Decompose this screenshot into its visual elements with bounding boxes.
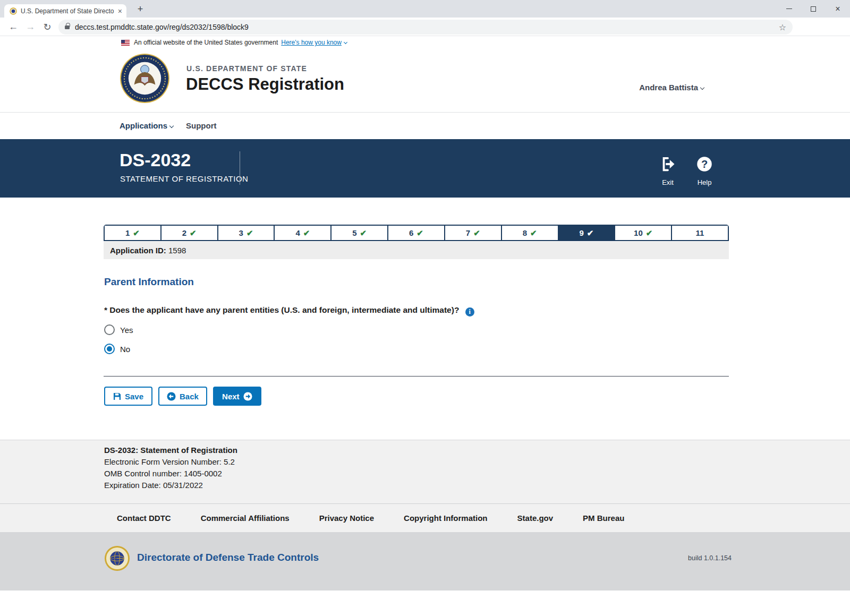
step-tab-8[interactable]: 8✔: [502, 226, 559, 240]
chevron-down-icon: [344, 40, 347, 44]
help-button[interactable]: ? Help: [688, 156, 720, 186]
step-tab-11[interactable]: 11: [672, 226, 728, 240]
radio-label: No: [120, 345, 130, 354]
help-icon: ?: [696, 156, 712, 172]
radio-selected-icon[interactable]: [104, 344, 115, 354]
restore-icon: [811, 6, 816, 12]
exit-label: Exit: [652, 178, 684, 186]
step-tab-9[interactable]: 9✔: [559, 226, 616, 240]
radio-option-yes[interactable]: Yes: [104, 323, 133, 336]
org-name-link[interactable]: Directorate of Defense Trade Controls: [137, 552, 319, 563]
arrow-right-circle-icon: [243, 392, 252, 401]
tab-title: U.S. Department of State Directo: [21, 7, 116, 15]
step-number: 11: [696, 228, 704, 237]
help-label: Help: [688, 178, 720, 186]
step-tab-4[interactable]: 4✔: [275, 226, 332, 240]
step-number: 2: [182, 228, 186, 237]
form-info-title: DS-2032: Statement of Registration: [104, 446, 850, 455]
check-icon: ✔: [473, 228, 480, 238]
step-tab-3[interactable]: 3✔: [218, 226, 275, 240]
back-icon[interactable]: ←: [5, 18, 21, 36]
sign-out-icon: [660, 156, 676, 172]
ddtc-logo-icon: DDTC: [104, 545, 130, 574]
form-info-lines: Electronic Form Version Number: 5.2OMB C…: [104, 458, 850, 490]
back-label: Back: [180, 392, 199, 401]
user-menu[interactable]: Andrea Battista: [639, 83, 704, 92]
svg-text:DDTC: DDTC: [111, 558, 117, 560]
step-bar: 1✔2✔3✔4✔5✔6✔7✔8✔9✔10✔11: [104, 225, 729, 241]
nav-support[interactable]: Support: [186, 121, 217, 130]
form-info-line: OMB Control number: 1405-0002: [104, 469, 850, 478]
form-info-line: Electronic Form Version Number: 5.2: [104, 458, 850, 466]
browser-tab[interactable]: U.S. Department of State Directo ×: [4, 4, 126, 18]
radio-unselected-icon[interactable]: [104, 324, 115, 335]
reload-icon[interactable]: ↻: [39, 18, 55, 36]
form-info-section: DS-2032: Statement of Registration Elect…: [0, 440, 850, 503]
footer-link-privacy-notice[interactable]: Privacy Notice: [319, 514, 374, 523]
save-label: Save: [125, 392, 143, 401]
chevron-down-icon: [700, 85, 704, 90]
form-number: DS-2032: [120, 150, 191, 170]
bottom-footer: DDTC Directorate of Defense Trade Contro…: [0, 532, 850, 591]
close-button[interactable]: ×: [826, 0, 850, 18]
form-info-line: Expiration Date: 05/31/2022: [104, 481, 850, 490]
exit-button[interactable]: Exit: [652, 156, 684, 186]
address-bar: ← → ↻ deccs.test.pmddtc.state.gov/reg/ds…: [0, 18, 850, 36]
forward-icon: →: [22, 18, 38, 36]
tab-close-icon[interactable]: ×: [118, 7, 122, 15]
next-button[interactable]: Next: [213, 387, 261, 406]
window-controls: ×: [777, 0, 850, 18]
check-icon: ✔: [246, 228, 253, 238]
form-name: STATEMENT OF REGISTRATION: [120, 174, 248, 183]
footer-link-commercial-affiliations[interactable]: Commercial Affiliations: [201, 514, 290, 523]
step-number: 10: [634, 228, 643, 237]
radio-group: YesNo: [104, 323, 133, 362]
url-text[interactable]: deccs.test.pmddtc.state.gov/reg/ds2032/1…: [75, 23, 779, 31]
banner-divider: [240, 151, 240, 185]
footer-link-contact-ddtc[interactable]: Contact DDTC: [117, 514, 171, 523]
question-text: * Does the applicant have any parent ent…: [104, 305, 459, 314]
save-button[interactable]: Save: [104, 387, 152, 406]
chevron-down-icon: [169, 124, 174, 128]
agency-label: U.S. DEPARTMENT OF STATE: [186, 64, 307, 73]
step-number: 4: [295, 228, 300, 237]
browser-tab-bar: U.S. Department of State Directo × + ×: [0, 0, 850, 18]
check-icon: ✔: [303, 228, 310, 238]
bookmark-star-icon[interactable]: ☆: [779, 22, 786, 32]
radio-option-no[interactable]: No: [104, 343, 133, 355]
step-tab-6[interactable]: 6✔: [388, 226, 445, 240]
save-icon: [113, 392, 121, 400]
info-icon[interactable]: i: [465, 307, 474, 316]
footer-link-pm-bureau[interactable]: PM Bureau: [583, 514, 624, 523]
svg-text:?: ?: [701, 158, 708, 170]
step-tab-1[interactable]: 1✔: [105, 226, 162, 240]
step-tab-10[interactable]: 10✔: [615, 226, 672, 240]
nav-applications[interactable]: Applications: [120, 121, 173, 130]
step-tab-7[interactable]: 7✔: [445, 226, 502, 240]
new-tab-button[interactable]: +: [134, 3, 147, 15]
check-icon: ✔: [133, 228, 140, 238]
question-label: * Does the applicant have any parent ent…: [104, 305, 474, 316]
footer-link-copyright-information[interactable]: Copyright Information: [404, 514, 488, 523]
step-number: 6: [409, 228, 413, 237]
us-flag-icon: [121, 40, 130, 46]
step-tab-2[interactable]: 2✔: [162, 226, 218, 240]
minimize-button[interactable]: [777, 0, 801, 18]
main-nav: Applications Support: [0, 113, 850, 139]
next-label: Next: [222, 392, 240, 401]
application-id-value: 1598: [168, 246, 186, 255]
step-tab-5[interactable]: 5✔: [332, 226, 388, 240]
omnibox[interactable]: deccs.test.pmddtc.state.gov/reg/ds2032/1…: [58, 20, 793, 35]
gov-banner-text: An official website of the United States…: [134, 39, 278, 46]
restore-button[interactable]: [801, 0, 826, 18]
back-button[interactable]: Back: [158, 387, 207, 406]
step-number: 7: [466, 228, 470, 237]
page: U.S. Department of State Directo × + × ←…: [0, 0, 850, 616]
state-department-seal: [120, 53, 170, 106]
how-you-know-link[interactable]: Here's how you know: [281, 39, 347, 46]
footer-link-state-gov[interactable]: State.gov: [517, 514, 554, 523]
lock-icon: [65, 25, 70, 29]
check-icon: ✔: [530, 228, 537, 238]
radio-label: Yes: [120, 326, 133, 335]
build-number: build 1.0.1.154: [688, 554, 732, 562]
